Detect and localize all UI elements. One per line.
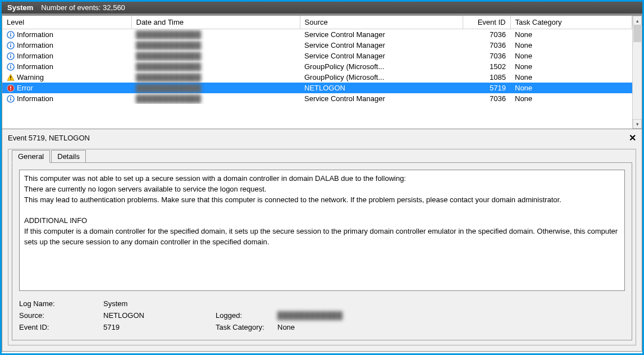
- logged-value: ████████████: [277, 311, 343, 320]
- svg-rect-19: [10, 98, 11, 100]
- svg-rect-7: [10, 55, 11, 57]
- scroll-up-button[interactable]: ▴: [633, 16, 642, 25]
- svg-rect-2: [10, 33, 11, 34]
- svg-rect-14: [10, 79, 11, 79]
- svg-rect-11: [10, 65, 11, 66]
- datetime-value: ████████████: [136, 30, 202, 39]
- datetime-value: ████████████: [136, 94, 202, 103]
- info-icon: [7, 52, 15, 60]
- datetime-value: ████████████: [136, 41, 202, 49]
- event-id-value: 7036: [463, 51, 510, 61]
- task-category-value: None: [510, 29, 632, 40]
- log-name-label: Log Name:: [19, 299, 103, 308]
- svg-rect-1: [10, 34, 11, 36]
- svg-rect-17: [10, 89, 11, 90]
- task-category-value: None: [510, 61, 632, 72]
- event-grid-container: Level Date and Time Source Event ID Task…: [2, 15, 642, 129]
- svg-rect-8: [10, 54, 11, 55]
- detail-body: General Details This computer was not ab…: [8, 149, 636, 345]
- datetime-value: ████████████: [136, 73, 202, 81]
- event-grid[interactable]: Level Date and Time Source Event ID Task…: [2, 16, 632, 129]
- source-value: Service Control Manager: [300, 93, 463, 104]
- table-row[interactable]: Information████████████Service Control M…: [2, 51, 632, 61]
- datetime-value: ████████████: [136, 52, 202, 60]
- task-category-value: None: [277, 323, 295, 331]
- event-id-value: 5719: [103, 323, 216, 331]
- detail-tabs: General Details: [12, 150, 636, 163]
- titlebar: System Number of events: 32,560: [2, 2, 642, 15]
- source-label: Source:: [19, 311, 103, 320]
- info-icon: [7, 63, 15, 71]
- source-value: Service Control Manager: [300, 29, 463, 40]
- level-text: Information: [17, 94, 53, 103]
- task-category-value: None: [510, 72, 632, 83]
- table-row[interactable]: Information████████████GroupPolicy (Micr…: [2, 61, 632, 72]
- source-value: GroupPolicy (Microsoft...: [300, 72, 463, 83]
- event-count: Number of events: 32,560: [41, 3, 125, 12]
- event-metadata: Log Name: System Source: NETLOGON Logged…: [19, 298, 625, 333]
- warning-icon: [7, 74, 15, 81]
- event-id-value: 1085: [463, 72, 510, 83]
- tab-general[interactable]: General: [12, 150, 50, 163]
- col-level[interactable]: Level: [2, 16, 131, 29]
- event-description[interactable]: This computer was not able to set up a s…: [19, 170, 625, 291]
- detail-title: Event 5719, NETLOGON: [8, 134, 90, 142]
- tab-details[interactable]: Details: [51, 150, 86, 163]
- table-row[interactable]: Information████████████Service Control M…: [2, 40, 632, 51]
- table-row[interactable]: Error████████████NETLOGON5719None: [2, 83, 632, 93]
- scroll-down-button[interactable]: ▾: [633, 119, 642, 129]
- task-category-value: None: [510, 83, 632, 93]
- col-eventid[interactable]: Event ID: [463, 16, 510, 29]
- column-header-row[interactable]: Level Date and Time Source Event ID Task…: [2, 16, 632, 29]
- scroll-thumb[interactable]: [633, 25, 641, 42]
- event-id-value: 7036: [463, 40, 510, 51]
- close-icon[interactable]: ✕: [629, 133, 636, 143]
- task-category-value: None: [510, 40, 632, 51]
- datetime-value: ████████████: [136, 84, 202, 92]
- level-text: Information: [17, 30, 53, 39]
- info-icon: [7, 31, 15, 39]
- task-category-label: Task Category:: [216, 323, 277, 331]
- event-id-value: 7036: [463, 93, 510, 104]
- info-icon: [7, 42, 15, 49]
- level-text: Error: [17, 84, 33, 92]
- task-category-value: None: [510, 51, 632, 61]
- svg-rect-10: [10, 66, 11, 68]
- error-icon: [7, 84, 15, 92]
- event-id-value: 1502: [463, 61, 510, 72]
- level-text: Information: [17, 41, 53, 49]
- event-id-value: 5719: [463, 83, 510, 93]
- table-row[interactable]: Information████████████Service Control M…: [2, 29, 632, 40]
- vertical-scrollbar[interactable]: ▴ ▾: [632, 16, 642, 129]
- event-detail-panel: Event 5719, NETLOGON ✕ General Details T…: [2, 129, 642, 352]
- source-value: NETLOGON: [103, 311, 216, 320]
- col-source[interactable]: Source: [300, 16, 463, 29]
- datetime-value: ████████████: [136, 62, 202, 71]
- tab-general-content: This computer was not able to set up a s…: [12, 162, 632, 340]
- info-icon: [7, 95, 15, 103]
- svg-rect-13: [10, 76, 11, 78]
- svg-rect-16: [10, 86, 11, 89]
- log-name: System: [7, 3, 33, 12]
- svg-rect-5: [10, 43, 11, 44]
- logged-label: Logged:: [216, 311, 277, 320]
- svg-rect-4: [10, 44, 11, 47]
- source-value: Service Control Manager: [300, 40, 463, 51]
- level-text: Warning: [17, 73, 44, 81]
- event-id-label: Event ID:: [19, 323, 103, 331]
- source-value: NETLOGON: [300, 83, 463, 93]
- task-category-value: None: [510, 93, 632, 104]
- level-text: Information: [17, 62, 53, 71]
- table-row[interactable]: Warning████████████GroupPolicy (Microsof…: [2, 72, 632, 83]
- svg-rect-20: [10, 97, 11, 98]
- level-text: Information: [17, 52, 53, 60]
- source-value: Service Control Manager: [300, 51, 463, 61]
- detail-header: Event 5719, NETLOGON ✕: [2, 129, 642, 147]
- col-taskcat[interactable]: Task Category: [510, 16, 632, 29]
- source-value: GroupPolicy (Microsoft...: [300, 61, 463, 72]
- log-name-value: System: [103, 299, 216, 308]
- event-id-value: 7036: [463, 29, 510, 40]
- col-datetime[interactable]: Date and Time: [131, 16, 300, 29]
- table-row[interactable]: Information████████████Service Control M…: [2, 93, 632, 104]
